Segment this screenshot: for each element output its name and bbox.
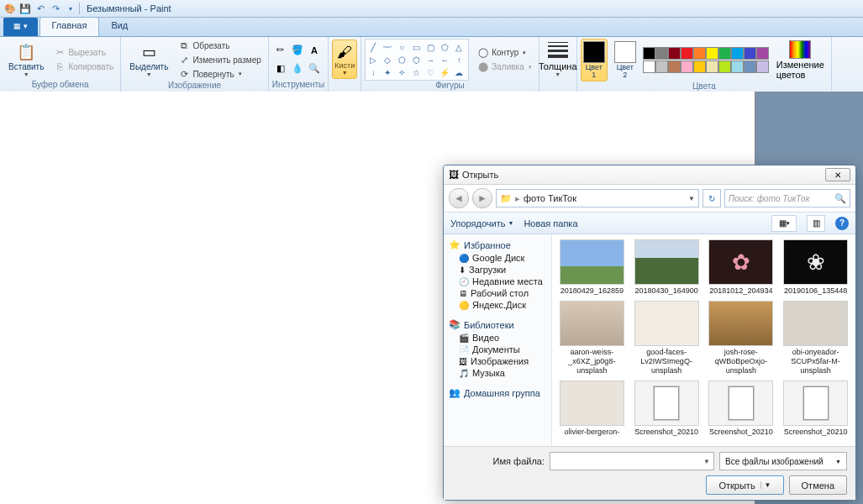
shape-outline-button[interactable]: ◯Контур▾ [474,46,535,60]
forward-button[interactable]: ► [472,188,492,208]
chevron-down-icon[interactable]: ▼ [700,458,713,465]
nav-homegroup[interactable]: 👥Домашняя группа [444,386,551,400]
tab-home[interactable]: Главная [39,17,100,36]
palette-color[interactable] [744,47,756,60]
nav-item[interactable]: 🎬Видео [444,332,551,344]
file-item[interactable]: 20190106_135448 [781,239,850,296]
save-icon[interactable]: 💾 [18,2,32,15]
filetype-filter[interactable]: Все файлы изображений▼ [719,452,847,470]
new-folder-button[interactable]: Новая папка [524,218,577,228]
nav-item[interactable]: 🟡Яндекс.Диск [444,299,551,311]
file-tab[interactable]: ▦ ▾ [3,18,38,36]
palette-color[interactable] [655,47,668,60]
palette-color[interactable] [693,60,706,73]
color2-button[interactable]: Цвет 2 [613,39,638,81]
fill-tool[interactable]: 🪣 [289,42,306,59]
nav-item[interactable]: 🔵Google Диск [444,252,551,264]
file-item[interactable]: 20180430_164900 [632,239,702,296]
palette-color[interactable] [718,60,731,73]
view-button[interactable]: ▦ ▾ [771,215,797,232]
copy-button[interactable]: ⎘Копировать [50,60,117,73]
chevron-down-icon: ▼ [555,71,560,77]
file-item[interactable]: aaron-weiss-_x6XZ_jp0g8-unsplash [557,301,627,375]
palette-color[interactable] [655,60,668,73]
crop-button[interactable]: ⧉Обрезать [175,39,264,52]
color2-label: Цвет 2 [617,64,634,79]
help-button[interactable]: ? [835,217,849,230]
group-label-image: Изображение [124,81,265,90]
brushes-button[interactable]: 🖌 Кисти ▼ [332,39,357,79]
redo-icon[interactable]: ↷ [49,2,62,15]
picker-tool[interactable]: 💧 [289,60,306,77]
palette-color[interactable] [681,60,693,73]
pencil-tool[interactable]: ✏ [272,42,289,59]
palette-color[interactable] [693,47,706,60]
address-bar[interactable]: 📁 ▸ фото ТикТок ▼ [496,189,699,207]
nav-item[interactable]: 🕘Недавние места [444,276,551,287]
file-item[interactable]: 20181012_204934 [707,239,776,296]
separator [79,3,80,14]
chevron-down-icon[interactable]: ▼ [760,481,771,489]
shape-gallery[interactable]: ╱〰○▭▢⬠△ ▷◇⬠⬡→←↑ ↓✦✧☆♡⚡☁ [365,39,469,81]
file-item[interactable]: Screenshot_20210 [707,381,776,437]
resize-button[interactable]: ⤢Изменить размер [175,53,264,66]
back-button[interactable]: ◄ [449,188,469,208]
zoom-tool[interactable]: 🔍 [306,60,323,77]
rotate-button[interactable]: ⟳Повернуть▾ [175,67,264,81]
nav-item[interactable]: 🎵Музыка [444,367,551,379]
palette-color[interactable] [643,60,655,73]
preview-pane-button[interactable]: ▥ [807,215,825,232]
palette-color[interactable] [744,60,756,73]
open-button[interactable]: Открыть▼ [706,475,783,495]
size-button[interactable]: Толщина ▼ [543,40,573,78]
nav-item[interactable]: 🖥Рабочий стол [444,287,551,299]
palette-color[interactable] [756,60,769,73]
chevron-down-icon[interactable]: ▼ [688,195,695,202]
close-button[interactable]: ✕ [825,168,850,181]
search-input[interactable]: Поиск: фото ТикТок 🔍 [724,189,850,207]
palette-color[interactable] [731,47,744,60]
palette-color[interactable] [718,47,731,60]
cancel-button[interactable]: Отмена [789,475,847,495]
select-button[interactable]: ▭ Выделить ▼ [124,40,173,79]
file-item[interactable]: obi-onyeador-SCUPx5far-M-unsplash [781,301,850,375]
file-item[interactable]: good-faces-Lv2IWSImegQ-unsplash [632,301,702,375]
nav-item[interactable]: 🖼Изображения [444,355,551,367]
organize-button[interactable]: Упорядочить▼ [450,218,513,228]
shape-fill-button[interactable]: ⬤Заливка▾ [474,60,535,74]
palette-color[interactable] [706,60,718,73]
eraser-tool[interactable]: ◧ [272,60,289,77]
color1-button[interactable]: Цвет 1 [581,39,608,81]
dialog-titlebar[interactable]: 🖼 Открыть ✕ [444,165,855,185]
file-item[interactable]: 20180429_162859 [557,239,627,296]
nav-item[interactable]: 📄Документы [444,344,551,355]
palette-color[interactable] [643,47,655,60]
undo-icon[interactable]: ↶ [34,2,47,15]
dialog-toolbar: Упорядочить▼ Новая папка ▦ ▾ ▥ ? [444,212,855,234]
qat-dropdown-icon[interactable]: ▾ [64,2,77,15]
palette-color[interactable] [756,47,769,60]
cut-button[interactable]: ✂Вырезать [50,45,117,59]
edit-colors-button[interactable]: Изменение цветов [773,40,828,80]
paste-button[interactable]: 📋 Вставить ▼ [3,40,49,79]
file-item[interactable]: Screenshot_20210 [781,381,850,437]
nav-favorites[interactable]: ⭐Избранное [444,238,551,252]
dialog-footer: Имя файла: ▼ Все файлы изображений▼ Откр… [444,446,855,500]
palette-color[interactable] [668,60,681,73]
file-item[interactable]: olivier-bergeron- [557,381,627,437]
filename-input[interactable]: ▼ [550,452,714,470]
text-tool[interactable]: A [306,42,323,59]
paint-icon[interactable]: 🎨 [3,2,17,15]
palette-color[interactable] [731,60,744,73]
tab-view[interactable]: Вид [99,18,139,36]
file-item[interactable]: Screenshot_20210 [632,381,702,437]
palette-color[interactable] [668,47,681,60]
file-list[interactable]: 20180429_16285920180430_16490020181012_2… [552,234,855,446]
palette-color[interactable] [681,47,693,60]
refresh-button[interactable]: ↻ [703,189,721,207]
palette-color[interactable] [706,47,718,60]
nav-item[interactable]: ⬇Загрузки [444,264,551,276]
file-item[interactable]: josh-rose-qWBoBpeOxjo-unsplash [707,301,776,375]
group-label-brushes [332,80,357,90]
nav-libraries[interactable]: 📚Библиотеки [444,318,551,332]
